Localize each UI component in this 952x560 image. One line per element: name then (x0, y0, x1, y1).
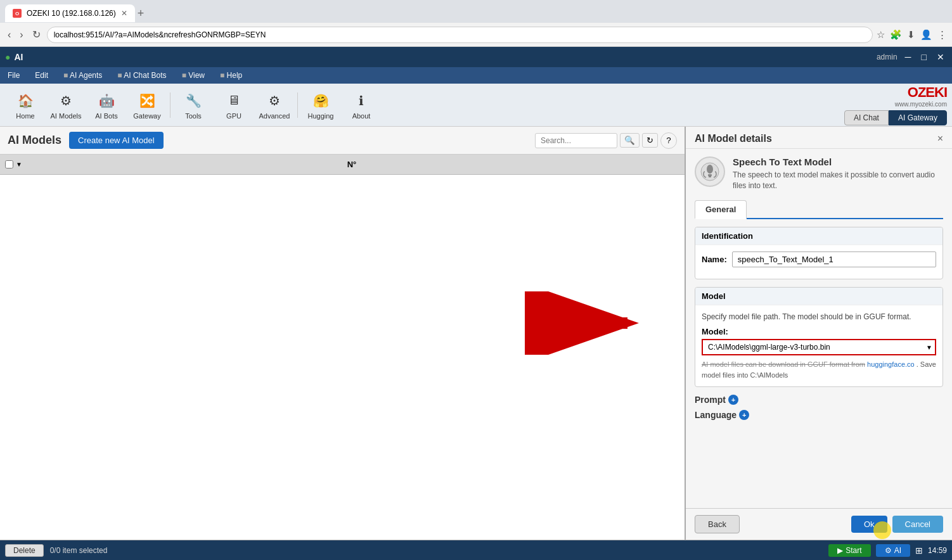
app-title: ● AI (5, 52, 23, 62)
gateway-icon: 🔀 (137, 91, 157, 111)
toolbar-home-btn[interactable]: 🏠 Home (5, 87, 46, 124)
ok-button[interactable]: Ok (851, 516, 887, 533)
ai-gateway-btn[interactable]: AI Gateway (889, 110, 947, 125)
menu-view[interactable]: ■ View (179, 70, 207, 81)
back-button[interactable]: Back (695, 515, 740, 533)
panel-title-bar: AI Model details × (686, 127, 952, 149)
reload-btn[interactable]: ↻ (30, 27, 43, 42)
nav-icons: ☆ 🧩 ⬇ 👤 ⋮ (877, 29, 947, 41)
tab-title: OZEKI 10 (192.168.0.126) (27, 9, 116, 18)
prompt-section: Prompt + (695, 395, 943, 405)
app-header: ● AI admin ─ □ ✕ (0, 47, 952, 67)
search-btn[interactable]: 🔍 (620, 133, 640, 148)
start-icon: ▶ (837, 546, 843, 555)
ozeki-brand: OZEKI (908, 84, 947, 101)
ai-chat-btn[interactable]: AI Chat (844, 110, 889, 125)
right-panel: AI Model details × (686, 127, 952, 540)
refresh-btn[interactable]: ↻ (642, 133, 658, 148)
identification-section: Identification Name: (695, 227, 943, 279)
ai-bots-icon: 🤖 (96, 91, 117, 111)
search-input[interactable] (535, 133, 617, 148)
grid-icon: ⊞ (915, 545, 923, 556)
ozeki-logo: OZEKI www.myozeki.com (895, 84, 947, 108)
menu-icon[interactable]: ⋮ (937, 29, 947, 41)
model-select-wrap: C:\AIModels\ggml-large-v3-turbo.bin ▼ (702, 339, 936, 355)
select-all-checkbox[interactable] (5, 160, 13, 169)
model-desc-label: The speech to text model makes it possib… (733, 170, 943, 191)
url-bar[interactable] (47, 27, 873, 43)
toolbar-tools-btn[interactable]: 🔧 Tools (173, 87, 214, 124)
forward-nav-btn[interactable]: › (17, 28, 25, 42)
tab-close-btn[interactable]: ✕ (121, 9, 127, 18)
tab-general[interactable]: General (695, 200, 747, 219)
toolbar-about-btn[interactable]: ℹ About (341, 87, 382, 124)
dropdown-arrow[interactable]: ▼ (16, 161, 22, 168)
gpu-icon: 🖥 (224, 91, 244, 111)
hugging-icon: 🤗 (311, 91, 331, 111)
app-title-text: AI (14, 52, 23, 62)
model-path-desc: Specify model file path. The model shoul… (702, 312, 936, 322)
menu-edit[interactable]: Edit (32, 70, 51, 81)
back-nav-btn[interactable]: ‹ (5, 28, 13, 42)
svg-rect-4 (708, 174, 712, 176)
name-label: Name: (702, 255, 727, 264)
panel-tab-bar: General (695, 200, 943, 219)
tools-icon: 🔧 (183, 91, 203, 111)
items-selected-text: 0/0 item selected (50, 546, 108, 555)
header-right: admin ─ □ ✕ (877, 52, 947, 62)
delete-btn[interactable]: Delete (5, 544, 44, 557)
profile-icon[interactable]: 👤 (920, 29, 932, 41)
model-select[interactable]: C:\AIModels\ggml-large-v3-turbo.bin (702, 339, 936, 355)
identification-body: Name: (695, 245, 942, 279)
ozeki-url: www.myozeki.com (895, 101, 947, 108)
model-select-row: C:\AIModels\ggml-large-v3-turbo.bin ▼ (702, 339, 936, 355)
toolbar-gateway-btn[interactable]: 🔀 Gateway (127, 87, 167, 124)
cancel-button[interactable]: Cancel (892, 516, 943, 533)
browser-tab[interactable]: O OZEKI 10 (192.168.0.126) ✕ (5, 4, 135, 22)
prompt-header[interactable]: Prompt + (695, 395, 943, 405)
ai-label: AI (894, 546, 901, 555)
toolbar-gpu-btn[interactable]: 🖥 GPU (214, 87, 254, 124)
toolbar-ai-models-btn[interactable]: ⚙ AI Models (46, 87, 86, 124)
svg-point-3 (707, 165, 713, 174)
name-input[interactable] (732, 251, 936, 267)
nav-bar: ‹ › ↻ ☆ 🧩 ⬇ 👤 ⋮ (0, 23, 952, 47)
ok-btn-wrapper: Ok (851, 516, 887, 533)
minimize-btn[interactable]: ─ (903, 52, 914, 62)
menu-help[interactable]: ■ Help (217, 70, 245, 81)
ai-models-title: AI Models (8, 134, 61, 147)
chat-gateway-btns: AI Chat AI Gateway (844, 110, 947, 125)
start-btn[interactable]: ▶ Start (828, 544, 870, 557)
model-section: Model Specify model file path. The model… (695, 287, 943, 388)
create-ai-model-btn[interactable]: Create new AI Model (69, 132, 164, 149)
download-icon[interactable]: ⬇ (907, 29, 915, 41)
huggingface-link[interactable]: huggingface.co (867, 360, 915, 368)
new-tab-btn[interactable]: + (138, 7, 145, 20)
toolbar-advanced-btn[interactable]: ⚙ Advanced (254, 87, 295, 124)
language-expand-btn[interactable]: + (739, 410, 749, 420)
model-section-header: Model (695, 288, 942, 305)
ai-status-btn[interactable]: ⚙ AI (876, 544, 910, 557)
menu-ai-agents[interactable]: ■ AI Agents (61, 70, 105, 81)
menu-ai-chat-bots[interactable]: ■ AI Chat Bots (115, 70, 169, 81)
start-label: Start (846, 546, 861, 555)
model-icon (695, 156, 725, 187)
identification-header: Identification (695, 227, 942, 245)
table-body (0, 175, 685, 540)
language-section: Language + (695, 410, 943, 420)
close-app-btn[interactable]: ✕ (934, 52, 947, 62)
toolbar-hugging-btn[interactable]: 🤗 Hugging (300, 87, 341, 124)
maximize-btn[interactable]: □ (919, 52, 929, 62)
toolbar-ai-bots-btn[interactable]: 🤖 AI Bots (86, 87, 127, 124)
panel-close-btn[interactable]: × (937, 133, 943, 144)
prompt-expand-btn[interactable]: + (728, 395, 738, 405)
language-label: Language (695, 410, 737, 420)
menu-file[interactable]: File (5, 70, 22, 81)
prompt-label: Prompt (695, 395, 726, 405)
language-header[interactable]: Language + (695, 410, 943, 420)
extensions-icon[interactable]: 🧩 (890, 29, 902, 41)
bookmark-icon[interactable]: ☆ (877, 29, 885, 41)
help-btn[interactable]: ? (660, 132, 677, 149)
panel-footer: Back Ok Cancel (686, 508, 952, 540)
header-checkbox-col: ▼ (5, 160, 24, 169)
